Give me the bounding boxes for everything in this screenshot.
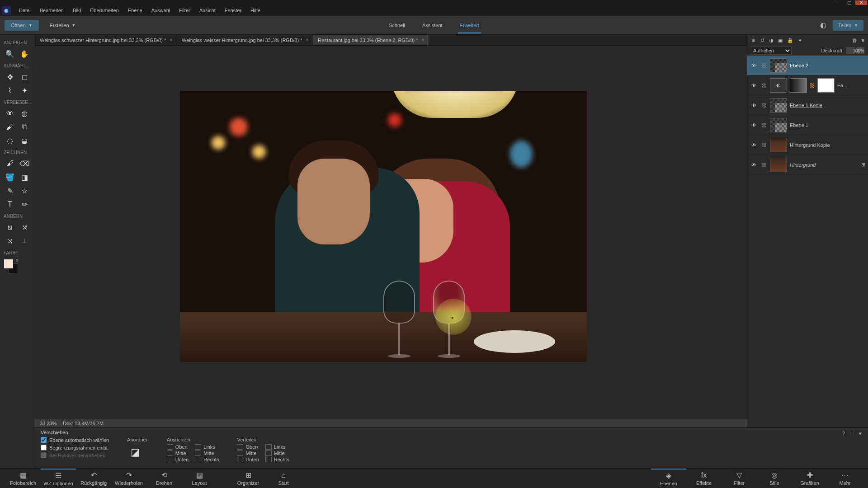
canvas-viewport[interactable] xyxy=(35,46,747,418)
adjusment-icon[interactable]: ◐ xyxy=(770,78,787,93)
link-icon[interactable]: ⛓ xyxy=(760,122,767,128)
picker-tool-icon[interactable]: ✎ xyxy=(3,184,17,197)
layer-thumb[interactable] xyxy=(770,158,787,172)
visibility-icon[interactable]: 👁 xyxy=(750,103,757,108)
layer-row[interactable]: 👁 ⛓ Ebene 1 Kopie xyxy=(747,95,868,115)
link-icon[interactable]: ⛓ xyxy=(760,83,767,88)
menu-bild[interactable]: Bild xyxy=(68,5,85,16)
mask-icon[interactable]: ▣ xyxy=(778,38,783,43)
tb-layout[interactable]: ▤Layout xyxy=(182,469,217,488)
mode-assistent[interactable]: Assistent xyxy=(420,23,444,28)
layer-name[interactable]: Hintergrund xyxy=(790,162,859,168)
foreground-color[interactable] xyxy=(4,259,14,269)
tb-effekte[interactable]: fxEffekte xyxy=(686,469,722,488)
panel-menu-icon[interactable]: ⋯ xyxy=(849,431,854,436)
gradient-tool-icon[interactable]: ◨ xyxy=(17,170,32,184)
new-layer-icon[interactable]: 🗎 xyxy=(751,38,756,43)
share-button[interactable]: Teilen▼ xyxy=(833,20,863,31)
layer-row[interactable]: 👁 ⛓ ◐ ⛓ Fa... xyxy=(747,75,868,95)
menu-bearbeiten[interactable]: Bearbeiten xyxy=(35,5,68,16)
move-tool-icon[interactable]: ✥ xyxy=(3,70,17,84)
pencil-tool-icon[interactable]: ✏ xyxy=(17,197,32,211)
visibility-icon[interactable]: 👁 xyxy=(750,142,757,148)
lock-icon[interactable]: 🔒 xyxy=(787,38,793,43)
arrange-icon[interactable]: ◪ xyxy=(127,444,143,460)
window-minimize[interactable]: — xyxy=(831,0,843,5)
hand-tool-icon[interactable]: ✋ xyxy=(17,47,32,61)
mode-erweitert[interactable]: Erweitert xyxy=(458,23,481,33)
blur-tool-icon[interactable]: ◌ xyxy=(3,134,17,147)
tb-grafiken[interactable]: ✚Grafiken xyxy=(792,469,827,488)
dist-middle[interactable]: Mitte xyxy=(237,450,259,456)
brush-tool-icon[interactable]: 🖌 xyxy=(3,157,17,170)
layer-row[interactable]: 👁 ⛓ Ebene 2 xyxy=(747,56,868,75)
layer-thumb[interactable] xyxy=(770,98,787,113)
dist-left[interactable]: Links xyxy=(265,444,289,450)
zoom-level[interactable]: 33,33% xyxy=(40,421,57,426)
auto-select-checkbox[interactable]: Ebene automatisch wählen xyxy=(41,437,109,443)
menu-ebene[interactable]: Ebene xyxy=(123,5,147,16)
layer-name[interactable]: Fa... xyxy=(837,83,865,88)
dist-right[interactable]: Rechts xyxy=(265,457,289,462)
panel-menu-icon[interactable]: ≡ xyxy=(862,38,864,43)
opacity-input[interactable] xyxy=(846,47,864,54)
dist-center[interactable]: Mitte xyxy=(265,450,289,456)
layer-mask[interactable] xyxy=(790,78,807,93)
type-tool-icon[interactable]: T xyxy=(3,197,17,211)
align-bottom[interactable]: Unten xyxy=(167,457,189,462)
menu-filter[interactable]: Filter xyxy=(175,5,194,16)
spot-tool-icon[interactable]: ◍ xyxy=(17,107,32,120)
layer-row[interactable]: 👁 ⛓ Ebene 1 xyxy=(747,115,868,135)
menu-ueberarbeiten[interactable]: Überarbeiten xyxy=(85,5,123,16)
content-tool-icon[interactable]: ⤭ xyxy=(3,234,17,248)
document-tab[interactable]: Restaurant.jpg bei 33,3% (Ebene 2, RGB/8… xyxy=(313,35,429,45)
recompose-tool-icon[interactable]: ⤧ xyxy=(17,221,32,234)
collapse-icon[interactable]: ▾ xyxy=(859,431,862,436)
link-icon[interactable]: ⛓ xyxy=(760,103,767,108)
tb-undo[interactable]: ↶Rückgängig xyxy=(76,469,111,488)
visibility-icon[interactable]: 👁 xyxy=(750,83,757,88)
swap-colors-icon[interactable]: ⤭ xyxy=(15,258,19,263)
tb-redo[interactable]: ↷Wiederholen xyxy=(111,469,146,488)
menu-datei[interactable]: Datei xyxy=(14,5,35,16)
straighten-tool-icon[interactable]: ⟂ xyxy=(17,234,32,248)
dist-bottom[interactable]: Unten xyxy=(237,457,259,462)
create-button[interactable]: Erstellen▼ xyxy=(43,20,82,31)
menu-hilfe[interactable]: Hilfe xyxy=(246,5,265,16)
history-icon[interactable]: ↺ xyxy=(760,38,764,43)
tb-stile[interactable]: ◎Stile xyxy=(757,469,792,488)
menu-ansicht[interactable]: Ansicht xyxy=(195,5,220,16)
layer-thumb[interactable] xyxy=(770,118,787,132)
document-tab[interactable]: Weinglas weisser Hintergrund.jpg bei 33,… xyxy=(177,35,313,45)
help-icon[interactable]: ? xyxy=(842,431,845,436)
tb-wz-optionen[interactable]: ☰WZ-Optionen xyxy=(41,469,76,488)
close-tab-icon[interactable]: × xyxy=(422,38,425,42)
link-icon[interactable]: ⛓ xyxy=(760,63,767,68)
tb-organizer[interactable]: ⊞Organizer xyxy=(231,469,266,488)
close-tab-icon[interactable]: × xyxy=(306,38,308,42)
layer-name[interactable]: Ebene 1 xyxy=(790,122,865,128)
link-icon[interactable]: ⛓ xyxy=(760,142,767,148)
align-right[interactable]: Rechts xyxy=(195,457,219,462)
tb-mehr[interactable]: ⋯Mehr xyxy=(827,469,863,488)
layer-mask[interactable] xyxy=(817,78,835,93)
align-top[interactable]: Oben xyxy=(167,444,189,450)
window-maximize[interactable]: ▢ xyxy=(843,0,855,5)
layer-name[interactable]: Ebene 2 xyxy=(790,63,865,68)
layer-row[interactable]: 👁 ⛓ Hintergrund ⊞ xyxy=(747,155,868,175)
layer-name[interactable]: Hintergrund Kopie xyxy=(790,142,865,148)
eraser-tool-icon[interactable]: ⌫ xyxy=(17,157,32,170)
tb-rotate[interactable]: ⟲Drehen xyxy=(146,469,182,488)
color-swatches[interactable]: ⤭ xyxy=(4,259,18,273)
marquee-tool-icon[interactable]: ◻ xyxy=(17,70,32,84)
close-tab-icon[interactable]: × xyxy=(170,38,172,42)
link-icon[interactable]: ⛓ xyxy=(760,162,767,168)
layer-thumb[interactable] xyxy=(770,58,787,73)
fill-tool-icon[interactable]: 🪣 xyxy=(3,170,17,184)
blend-mode-select[interactable]: Aufhellen xyxy=(751,47,792,55)
align-left[interactable]: Links xyxy=(195,444,219,450)
layer-fx-icon[interactable]: ◑ xyxy=(769,38,774,43)
shape-tool-icon[interactable]: ☆ xyxy=(17,184,32,197)
bounding-box-checkbox[interactable]: Begrenzungsrahmen einbl. xyxy=(41,445,109,450)
tb-start[interactable]: ⌂Start xyxy=(266,469,301,488)
